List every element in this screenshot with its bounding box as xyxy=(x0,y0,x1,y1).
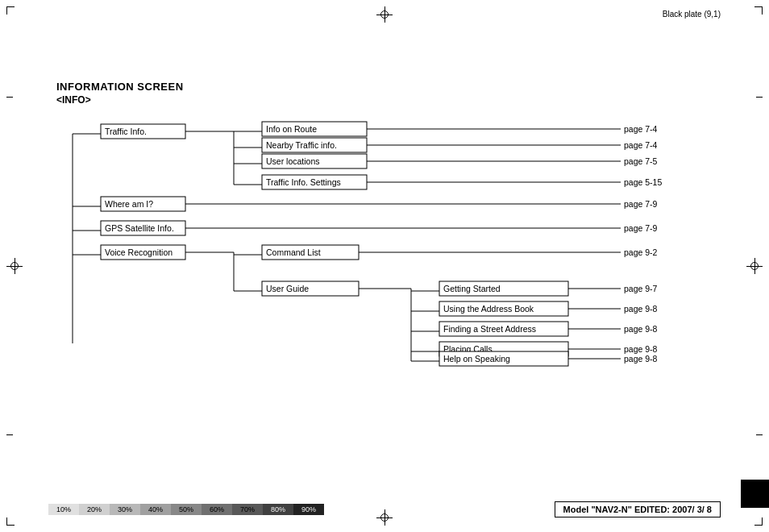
svg-text:Using the Address Book: Using the Address Book xyxy=(443,304,534,314)
margin-mark-lt xyxy=(6,97,13,98)
model-label: Model "NAV2-N" EDITED: 2007/ 3/ 8 xyxy=(555,501,721,517)
plate-label: Black plate (9,1) xyxy=(663,10,721,19)
black-square xyxy=(741,480,769,508)
svg-text:page 5-15: page 5-15 xyxy=(624,177,662,187)
svg-text:Where am I?: Where am I? xyxy=(105,199,153,209)
corner-mark-br xyxy=(754,517,763,526)
crosshair-left xyxy=(6,258,23,274)
svg-text:Info on Route: Info on Route xyxy=(266,124,317,134)
svg-text:page 9-8: page 9-8 xyxy=(624,304,658,314)
margin-mark-rt xyxy=(756,97,763,98)
svg-text:page 7-4: page 7-4 xyxy=(624,124,658,134)
margin-mark-rb xyxy=(756,434,763,435)
bottom-bar: 10% 20% 30% 40% 50% 60% 70% 80% 90% Mode… xyxy=(48,501,721,517)
svg-text:Getting Started: Getting Started xyxy=(443,284,501,293)
crosshair-top xyxy=(376,6,393,23)
pct-30: 30% xyxy=(110,504,140,515)
svg-text:User locations: User locations xyxy=(266,156,320,166)
svg-text:page 7-9: page 7-9 xyxy=(624,199,658,209)
svg-text:page 9-8: page 9-8 xyxy=(624,354,658,364)
svg-text:page 7-4: page 7-4 xyxy=(624,140,658,150)
svg-text:page 9-7: page 9-7 xyxy=(624,284,658,293)
svg-text:Nearby Traffic info.: Nearby Traffic info. xyxy=(266,140,337,150)
crosshair-right xyxy=(746,258,763,274)
svg-text:Traffic Info.: Traffic Info. xyxy=(105,127,147,136)
tree-diagram: text { font-family: Arial, Helvetica, sa… xyxy=(56,114,685,381)
svg-text:page 7-9: page 7-9 xyxy=(624,223,658,233)
pct-20: 20% xyxy=(79,504,110,515)
svg-text:page 9-8: page 9-8 xyxy=(624,324,658,334)
pct-80: 80% xyxy=(263,504,293,515)
pct-60: 60% xyxy=(202,504,232,515)
pct-70: 70% xyxy=(232,504,263,515)
section-subtitle: <INFO> xyxy=(56,94,729,106)
svg-text:User Guide: User Guide xyxy=(266,284,309,293)
svg-text:GPS Satellite Info.: GPS Satellite Info. xyxy=(105,223,174,233)
percentage-bar: 10% 20% 30% 40% 50% 60% 70% 80% 90% xyxy=(48,504,324,515)
svg-text:page 9-2: page 9-2 xyxy=(624,247,658,257)
pct-10: 10% xyxy=(48,504,79,515)
main-content: INFORMATION SCREEN <INFO> text { font-fa… xyxy=(56,81,729,381)
pct-50: 50% xyxy=(171,504,202,515)
corner-mark-tr xyxy=(754,6,763,15)
svg-text:page 9-8: page 9-8 xyxy=(624,344,658,354)
margin-mark-lb xyxy=(6,434,13,435)
corner-mark-bl xyxy=(6,517,15,526)
pct-90: 90% xyxy=(293,504,324,515)
corner-mark-tl xyxy=(6,6,15,15)
svg-text:Finding a Street Address: Finding a Street Address xyxy=(443,324,536,334)
svg-text:Help on Speaking: Help on Speaking xyxy=(443,354,510,364)
section-title: INFORMATION SCREEN xyxy=(56,81,729,93)
svg-text:Voice Recognition: Voice Recognition xyxy=(105,247,173,257)
svg-text:Command List: Command List xyxy=(266,247,321,257)
svg-text:Traffic Info. Settings: Traffic Info. Settings xyxy=(266,177,341,187)
svg-text:page 7-5: page 7-5 xyxy=(624,156,658,166)
pct-40: 40% xyxy=(140,504,171,515)
